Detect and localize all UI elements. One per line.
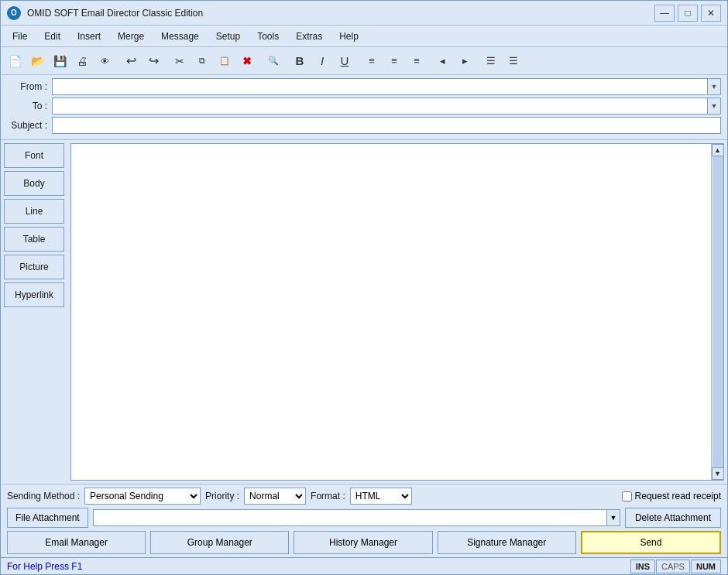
align-center-button[interactable]: ≡ (383, 50, 404, 72)
bold-button[interactable]: B (289, 50, 311, 72)
to-dropdown-button[interactable]: ▼ (707, 98, 721, 115)
from-label: From : (7, 81, 52, 92)
to-input[interactable] (52, 98, 707, 115)
to-row: To : ▼ (7, 98, 721, 115)
email-manager-button[interactable]: Email Manager (7, 531, 146, 554)
find-button[interactable]: 🔍 (263, 50, 284, 72)
indent-increase-button[interactable]: ▸ (454, 50, 476, 72)
status-indicators: INS CAPS NUM (630, 560, 721, 573)
ins-indicator: INS (630, 560, 655, 573)
menu-bar: FileEditInsertMergeMessageSetupToolsExtr… (1, 26, 727, 47)
title-bar: O OMID SOFT Email Director Classic Editi… (1, 1, 727, 26)
scroll-up-button[interactable]: ▲ (712, 144, 724, 156)
body-button[interactable]: Body (4, 171, 64, 196)
app-icon: O (7, 6, 21, 20)
minimize-button[interactable]: — (654, 5, 675, 22)
menu-item-extras[interactable]: Extras (287, 28, 331, 45)
menu-item-merge[interactable]: Merge (109, 28, 153, 45)
underline-button[interactable]: U (334, 50, 355, 72)
header-fields: From : ▼ To : ▼ Subject : (1, 75, 727, 140)
bottom-bar: Sending Method : Personal Sending Group … (1, 484, 727, 557)
preview-button[interactable]: 👁 (94, 50, 115, 72)
copy-button[interactable]: ⧉ (191, 50, 213, 72)
align-left-button[interactable]: ≡ (360, 50, 382, 72)
paste-button[interactable]: 📋 (214, 50, 235, 72)
attachment-input[interactable] (93, 509, 606, 526)
print-button[interactable]: 🖨 (71, 50, 93, 72)
line-button[interactable]: Line (4, 199, 64, 224)
window-title: OMID SOFT Email Director Classic Edition (27, 8, 654, 19)
num-indicator: NUM (691, 560, 721, 573)
from-row: From : ▼ (7, 78, 721, 95)
italic-button[interactable]: I (311, 50, 333, 72)
delete-button[interactable]: ✖ (236, 50, 258, 72)
cut-button[interactable]: ✂ (169, 50, 191, 72)
group-manager-button[interactable]: Group Manager (150, 531, 289, 554)
hyperlink-button[interactable]: Hyperlink (4, 282, 64, 307)
menu-item-tools[interactable]: Tools (249, 28, 287, 45)
vertical-scrollbar[interactable]: ▲ ▼ (711, 144, 723, 480)
subject-row: Subject : (7, 117, 721, 134)
to-label: To : (7, 101, 52, 111)
sending-method-select[interactable]: Personal Sending Group Sending Test Send… (84, 488, 201, 505)
toolbar: 📄 📂 💾 🖨 👁 ↩ ↪ ✂ ⧉ 📋 ✖ 🔍 B I U ≡ ≡ ≡ ◂ ▸ … (1, 47, 727, 75)
history-manager-button[interactable]: History Manager (294, 531, 432, 554)
undo-button[interactable]: ↩ (120, 50, 142, 72)
close-button[interactable]: ✕ (701, 5, 721, 22)
editor-content[interactable] (71, 144, 711, 480)
format-label: Format : (311, 491, 345, 501)
new-button[interactable]: 📄 (4, 50, 26, 72)
priority-select[interactable]: Normal High Low (244, 488, 306, 505)
main-window: O OMID SOFT Email Director Classic Editi… (0, 0, 728, 575)
from-field-wrap: ▼ (52, 78, 721, 95)
list2-button[interactable]: ☰ (503, 50, 524, 72)
indent-decrease-button[interactable]: ◂ (431, 50, 453, 72)
menu-item-file[interactable]: File (4, 28, 36, 45)
attachment-input-wrap: ▼ (93, 509, 620, 526)
to-field-wrap: ▼ (52, 98, 721, 115)
status-bar: For Help Press F1 INS CAPS NUM (1, 557, 727, 574)
menu-item-help[interactable]: Help (331, 28, 367, 45)
list1-button[interactable]: ☰ (480, 50, 502, 72)
table-button[interactable]: Table (4, 227, 64, 252)
help-text: For Help Press F1 (7, 561, 630, 572)
main-area: Font Body Line Table Picture Hyperlink ▲… (1, 140, 727, 484)
priority-label: Priority : (205, 491, 239, 501)
font-button[interactable]: Font (4, 143, 64, 168)
send-button[interactable]: Send (581, 531, 721, 554)
sending-method-row: Sending Method : Personal Sending Group … (7, 488, 721, 505)
menu-item-insert[interactable]: Insert (69, 28, 109, 45)
signature-manager-button[interactable]: Signature Manager (438, 531, 576, 554)
subject-input[interactable] (52, 117, 721, 134)
attachment-dropdown-button[interactable]: ▼ (606, 509, 620, 526)
subject-label: Subject : (7, 120, 52, 131)
attachment-row: File Attachment ▼ Delete Attachment (7, 508, 721, 528)
window-controls: — □ ✕ (654, 5, 721, 22)
manager-row: Email Manager Group Manager History Mana… (7, 531, 721, 554)
editor-area: ▲ ▼ (70, 143, 724, 481)
redo-button[interactable]: ↪ (143, 50, 164, 72)
maximize-button[interactable]: □ (678, 5, 698, 22)
scroll-track[interactable] (713, 156, 723, 467)
caps-indicator: CAPS (656, 560, 690, 573)
picture-button[interactable]: Picture (4, 255, 64, 279)
align-right-button[interactable]: ≡ (405, 50, 427, 72)
request-read-receipt-checkbox[interactable] (622, 491, 632, 501)
open-button[interactable]: 📂 (26, 50, 48, 72)
from-input[interactable] (52, 78, 707, 95)
file-attachment-button[interactable]: File Attachment (7, 508, 88, 528)
from-dropdown-button[interactable]: ▼ (707, 78, 721, 95)
sidebar: Font Body Line Table Picture Hyperlink (1, 140, 70, 484)
request-read-receipt-label[interactable]: Request read receipt (622, 491, 721, 501)
format-select[interactable]: HTML Plain Text (350, 488, 412, 505)
editor-wrap: ▲ ▼ (70, 143, 724, 481)
menu-item-edit[interactable]: Edit (36, 28, 69, 45)
scroll-down-button[interactable]: ▼ (712, 467, 724, 480)
menu-item-message[interactable]: Message (153, 28, 208, 45)
delete-attachment-button[interactable]: Delete Attachment (625, 508, 721, 528)
menu-item-setup[interactable]: Setup (208, 28, 249, 45)
save-button[interactable]: 💾 (49, 50, 70, 72)
sending-method-label: Sending Method : (7, 491, 80, 501)
